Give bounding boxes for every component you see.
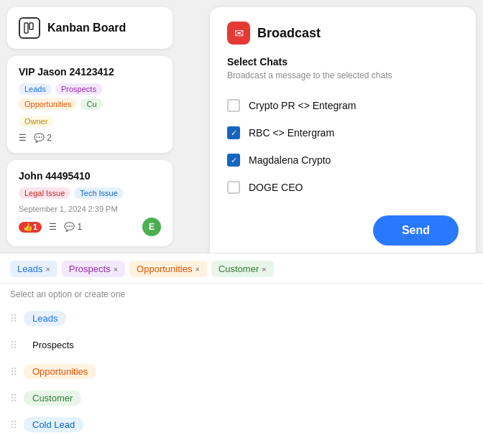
broadcast-header: ✉ Broadcast bbox=[227, 22, 459, 45]
option-label-opportunities: Opportunities bbox=[24, 364, 96, 379]
filter-tag-opportunities[interactable]: Opportunities × bbox=[129, 261, 207, 277]
filter-tag-customer[interactable]: Customer × bbox=[211, 261, 274, 277]
filter-tag-prospects[interactable]: Prospects × bbox=[62, 261, 125, 277]
close-prospects-icon[interactable]: × bbox=[114, 265, 118, 274]
broadcast-panel: ✉ Broadcast Select Chats Broadcast a mes… bbox=[210, 7, 476, 263]
contact-name-2: John 44495410 bbox=[19, 170, 161, 182]
kanban-icon bbox=[19, 17, 40, 39]
option-customer[interactable]: ⠿ Customer bbox=[0, 385, 483, 411]
chat-name-4: DOGE CEO bbox=[249, 182, 303, 193]
option-label-cold-lead: Cold Lead bbox=[24, 417, 83, 432]
comment-icon-1: 💬 2 bbox=[34, 133, 52, 143]
broadcast-title: Broadcast bbox=[257, 26, 321, 41]
filter-tag-leads[interactable]: Leads × bbox=[10, 261, 58, 277]
dropdown-list: ⠿ Leads ⠿ Prospects ⠿ Opportunities ⠿ Cu… bbox=[0, 302, 483, 441]
tags-row-1: Leads Prospects Opportunities Cu bbox=[19, 83, 161, 110]
drag-icon-opportunities: ⠿ bbox=[10, 366, 17, 378]
option-label-prospects: Prospects bbox=[24, 337, 83, 353]
chat-name-2: RBC <> Entergram bbox=[249, 127, 334, 139]
close-opportunities-icon[interactable]: × bbox=[195, 265, 199, 274]
close-customer-icon[interactable]: × bbox=[262, 265, 266, 274]
tag-legal: Legal Issue bbox=[19, 187, 70, 199]
chat-item-1[interactable]: Crypto PR <> Entegram bbox=[227, 92, 459, 119]
option-opportunities[interactable]: ⠿ Opportunities bbox=[0, 358, 483, 385]
svg-rect-1 bbox=[29, 23, 33, 29]
tag-tech: Tech Issue bbox=[74, 187, 124, 199]
checkbox-3[interactable]: ✓ bbox=[227, 154, 240, 167]
owner-tag-row: Owner bbox=[19, 116, 161, 127]
comment-icon-2: 💬 1 bbox=[64, 222, 82, 232]
drag-icon-prospects: ⠿ bbox=[10, 340, 17, 351]
select-chats-label: Select Chats bbox=[227, 56, 459, 67]
drag-icon-leads: ⠿ bbox=[10, 313, 17, 325]
menu-icon-1: ☰ bbox=[19, 133, 27, 143]
option-prospects[interactable]: ⠿ Prospects bbox=[0, 332, 483, 358]
card-footer-2: 👍1 ☰ 💬 1 E bbox=[19, 218, 161, 236]
chat-item-4[interactable]: DOGE CEO bbox=[227, 174, 459, 201]
contact-date: September 1, 2024 2:39 PM bbox=[19, 205, 161, 213]
drag-icon-cold-lead: ⠿ bbox=[10, 419, 17, 431]
menu-icon-2: ☰ bbox=[49, 222, 57, 232]
card-footer-1: ☰ 💬 2 bbox=[19, 133, 161, 143]
avatar-e: E bbox=[142, 218, 161, 236]
tags-row-2: Legal Issue Tech Issue bbox=[19, 187, 161, 199]
chat-item-2[interactable]: ✓ RBC <> Entergram bbox=[227, 119, 459, 146]
option-label-leads: Leads bbox=[24, 311, 66, 326]
option-label-customer: Customer bbox=[24, 391, 81, 406]
reaction-badge: 👍1 bbox=[19, 222, 42, 233]
chat-name-1: Crypto PR <> Entegram bbox=[249, 100, 356, 111]
broadcast-desc: Broadcast a message to the selected chat… bbox=[227, 70, 459, 80]
left-panel: Kanban Board VIP Jason 24123412 Leads Pr… bbox=[0, 0, 180, 244]
contact-name-1: VIP Jason 24123412 bbox=[19, 66, 161, 78]
kanban-board-card[interactable]: Kanban Board bbox=[7, 7, 172, 49]
tag-opportunities: Opportunities bbox=[19, 98, 77, 110]
tag-leads: Leads bbox=[19, 83, 52, 95]
close-leads-icon[interactable]: × bbox=[45, 265, 50, 274]
dropdown-panel: Leads × Prospects × Opportunities × Cust… bbox=[0, 253, 483, 448]
option-cold-lead[interactable]: ⠿ Cold Lead bbox=[0, 411, 483, 438]
tag-owner: Owner bbox=[19, 116, 53, 127]
svg-rect-0 bbox=[24, 23, 28, 33]
checkbox-1[interactable] bbox=[227, 99, 240, 112]
contact-card-1[interactable]: VIP Jason 24123412 Leads Prospects Oppor… bbox=[7, 56, 172, 153]
chat-name-3: Magdalena Crypto bbox=[249, 154, 331, 166]
checkbox-2[interactable]: ✓ bbox=[227, 126, 240, 139]
checkbox-4[interactable] bbox=[227, 181, 240, 194]
tag-prospects: Prospects bbox=[55, 83, 102, 95]
broadcast-icon: ✉ bbox=[227, 22, 250, 45]
chat-item-3[interactable]: ✓ Magdalena Crypto bbox=[227, 146, 459, 174]
send-button[interactable]: Send bbox=[373, 215, 459, 246]
contact-card-2[interactable]: John 44495410 Legal Issue Tech Issue Sep… bbox=[7, 160, 172, 246]
kanban-title: Kanban Board bbox=[47, 22, 126, 34]
drag-icon-customer: ⠿ bbox=[10, 393, 17, 404]
filter-tags-row: Leads × Prospects × Opportunities × Cust… bbox=[0, 253, 483, 284]
dropdown-hint: Select an option or create one bbox=[0, 284, 483, 302]
tag-cu: Cu bbox=[80, 98, 102, 110]
option-leads[interactable]: ⠿ Leads bbox=[0, 305, 483, 332]
